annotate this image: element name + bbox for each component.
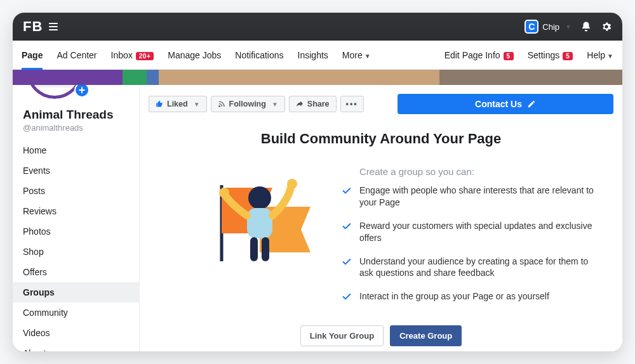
content-title: Build Community Around Your Page xyxy=(149,131,613,147)
dots-icon: ••• xyxy=(346,100,358,108)
sidebar-item-groups[interactable]: Groups xyxy=(13,282,139,302)
tab-settings[interactable]: Settings5 xyxy=(528,41,573,69)
check-icon xyxy=(342,186,352,209)
benefit-item: Reward your customers with special updat… xyxy=(342,220,596,244)
bell-icon[interactable] xyxy=(580,21,592,32)
user-chip[interactable]: C Chip ▼ xyxy=(525,20,572,34)
brand-text: FB xyxy=(23,18,43,35)
brand[interactable]: FB xyxy=(23,18,58,35)
chevron-down-icon: ▼ xyxy=(272,101,278,108)
footer-buttons: Link Your Group Create Group xyxy=(149,325,613,346)
svg-rect-6 xyxy=(262,237,269,261)
sidebar-item-about[interactable]: About xyxy=(13,343,139,351)
benefit-text: Interact in the group as your Page or as… xyxy=(359,290,549,302)
badge: 20+ xyxy=(136,52,154,60)
benefit-item: Understand your audience by creating a s… xyxy=(342,256,596,280)
badge: 5 xyxy=(563,52,573,60)
svg-rect-5 xyxy=(250,237,258,261)
topbar: FB C Chip ▼ xyxy=(13,13,622,41)
chevron-down-icon: ▼ xyxy=(194,101,200,108)
sidebar-item-reviews[interactable]: Reviews xyxy=(13,201,139,221)
main-content: Liked▼ Following▼ Share ••• Conta xyxy=(140,85,622,351)
tab-page[interactable]: Page xyxy=(22,41,43,69)
user-name: Chip xyxy=(542,22,559,32)
page-action-row: Liked▼ Following▼ Share ••• Conta xyxy=(149,94,613,114)
cover-photo xyxy=(13,70,622,85)
check-icon xyxy=(342,292,352,302)
create-group-button[interactable]: Create Group xyxy=(390,325,462,346)
svg-point-0 xyxy=(218,106,220,107)
content-subtitle: Create a group so you can: xyxy=(359,166,596,177)
page-handle: @animalthreads xyxy=(13,123,139,140)
pencil-icon xyxy=(527,100,536,108)
share-button[interactable]: Share xyxy=(289,96,337,112)
tab-inbox[interactable]: Inbox20+ xyxy=(111,41,154,69)
sidebar-item-shop[interactable]: Shop xyxy=(13,242,139,262)
svg-point-1 xyxy=(248,186,271,209)
badge: 5 xyxy=(504,52,514,60)
app-window: FB C Chip ▼ PageAd CenterInbox20+Manage … xyxy=(13,13,622,351)
sidebar-item-community[interactable]: Community xyxy=(13,302,139,323)
link-group-button[interactable]: Link Your Group xyxy=(300,325,384,346)
benefit-item: Interact in the group as your Page or as… xyxy=(342,290,596,302)
menu-icon[interactable] xyxy=(49,23,58,30)
gear-icon[interactable] xyxy=(601,21,612,32)
chevron-down-icon: ▼ xyxy=(607,53,613,60)
topbar-right: C Chip ▼ xyxy=(525,20,612,34)
user-avatar-icon: C xyxy=(525,20,538,34)
contact-us-button[interactable]: Contact Us xyxy=(398,94,613,114)
chevron-down-icon: ▼ xyxy=(565,23,572,30)
svg-point-4 xyxy=(287,179,297,189)
sidebar-item-offers[interactable]: Offers xyxy=(13,262,139,282)
like-icon xyxy=(156,100,163,108)
svg-point-3 xyxy=(219,188,229,198)
tab-notifications[interactable]: Notifications xyxy=(235,41,283,69)
tab-help[interactable]: Help▼ xyxy=(587,41,613,69)
tab-insights[interactable]: Insights xyxy=(298,41,328,69)
tab-managejobs[interactable]: Manage Jobs xyxy=(168,41,221,69)
svg-rect-2 xyxy=(247,208,272,238)
benefit-text: Engage with people who share interests t… xyxy=(359,185,596,209)
check-icon xyxy=(342,221,352,244)
check-icon xyxy=(342,257,352,280)
sidebar-item-posts[interactable]: Posts xyxy=(13,181,139,201)
liked-button[interactable]: Liked▼ xyxy=(149,96,207,112)
sidebar: + Animal Threads @animalthreads HomeEven… xyxy=(13,85,140,351)
chevron-down-icon: ▼ xyxy=(364,53,371,60)
sidebar-item-events[interactable]: Events xyxy=(13,160,139,181)
benefit-text: Reward your customers with special updat… xyxy=(359,220,596,244)
community-illustration xyxy=(187,166,326,274)
page-avatar[interactable]: + xyxy=(24,85,139,90)
tab-editinfo[interactable]: Edit Page Info5 xyxy=(444,41,514,69)
rss-icon xyxy=(218,100,225,108)
sidebar-item-photos[interactable]: Photos xyxy=(13,221,139,242)
following-button[interactable]: Following▼ xyxy=(211,96,285,112)
benefit-item: Engage with people who share interests t… xyxy=(342,185,596,209)
more-button[interactable]: ••• xyxy=(340,96,364,112)
tab-adcenter[interactable]: Ad Center xyxy=(57,41,97,69)
benefit-text: Understand your audience by creating a s… xyxy=(359,256,596,280)
share-icon xyxy=(296,100,304,108)
sidebar-item-videos[interactable]: Videos xyxy=(13,323,139,343)
sidebar-item-home[interactable]: Home xyxy=(13,140,139,160)
tab-more[interactable]: More▼ xyxy=(342,41,371,69)
nav-tabs: PageAd CenterInbox20+Manage JobsNotifica… xyxy=(13,41,622,70)
